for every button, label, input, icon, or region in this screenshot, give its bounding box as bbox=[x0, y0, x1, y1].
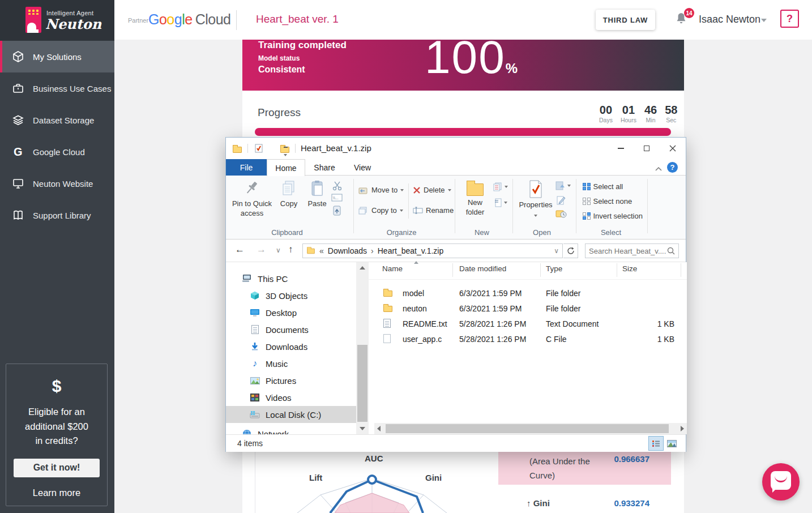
notifications-bell-icon[interactable]: 14 bbox=[674, 11, 693, 29]
tree-item-3d-objects[interactable]: 3D Objects bbox=[226, 287, 356, 304]
maximize-button[interactable] bbox=[634, 138, 660, 159]
tree-item-documents[interactable]: Documents bbox=[226, 321, 356, 338]
get-it-now-button[interactable]: Get it now! bbox=[14, 459, 100, 477]
sidebar-item-support-library[interactable]: Support Library bbox=[0, 199, 114, 231]
sidebar-item-neuton-website[interactable]: Neuton Website bbox=[0, 168, 114, 199]
metric-gini-value: 0.933274 bbox=[614, 498, 649, 508]
user-menu[interactable]: Isaac Newton bbox=[699, 14, 760, 25]
file-row-user-app[interactable]: user_app.c 5/28/2021 1:26 PM C File 1 KB bbox=[369, 332, 686, 347]
qat-customize-icon[interactable] bbox=[284, 147, 288, 158]
properties-button[interactable]: Properties bbox=[518, 180, 553, 219]
column-header-size[interactable]: Size bbox=[622, 264, 637, 273]
file-date: 5/28/2021 1:26 PM bbox=[459, 335, 526, 344]
sidebar-item-business-use-cases[interactable]: Business Use Cases bbox=[0, 72, 114, 104]
google-letter: g bbox=[174, 11, 182, 27]
sidebar-item-google-cloud[interactable]: G Google Cloud bbox=[0, 136, 114, 168]
tree-item-label: This PC bbox=[258, 274, 288, 284]
network-icon bbox=[242, 429, 252, 434]
details-view-button[interactable] bbox=[649, 437, 663, 450]
up-button[interactable]: ↑ bbox=[288, 244, 293, 255]
rename-button[interactable]: Rename bbox=[413, 206, 454, 215]
invert-selection-button[interactable]: Invert selection bbox=[583, 212, 643, 220]
tree-item-label: Music bbox=[266, 359, 288, 369]
help-button[interactable]: ? bbox=[780, 10, 799, 28]
back-button[interactable]: ← bbox=[235, 244, 245, 255]
refresh-button[interactable] bbox=[563, 243, 578, 258]
search-input[interactable] bbox=[589, 247, 667, 255]
horizontal-scrollbar[interactable] bbox=[374, 423, 687, 434]
ribbon-collapse-icon[interactable] bbox=[655, 164, 662, 173]
tab-file[interactable]: File bbox=[226, 159, 267, 176]
tree-item-local-disk-c[interactable]: Local Disk (C:) bbox=[226, 406, 356, 423]
paste-shortcut-icon[interactable] bbox=[332, 205, 341, 218]
new-folder-icon bbox=[467, 183, 484, 196]
address-bar[interactable]: « Downloads › Heart_beat_v.1.zip ∨ bbox=[302, 243, 563, 258]
close-button[interactable] bbox=[660, 138, 686, 159]
column-header-type[interactable]: Type bbox=[546, 264, 562, 273]
sidebar-item-dataset-storage[interactable]: Dataset Storage bbox=[0, 104, 114, 136]
cut-icon[interactable] bbox=[332, 181, 342, 193]
file-row-neuton[interactable]: neuton 6/3/2021 1:59 PM File folder bbox=[369, 301, 686, 317]
copy-path-icon[interactable]: \\... bbox=[331, 194, 343, 203]
new-item-button[interactable] bbox=[493, 182, 508, 191]
pin-to-quick-access-button[interactable]: Pin to Quickaccess bbox=[230, 180, 273, 218]
tree-item-desktop[interactable]: Desktop bbox=[226, 304, 356, 321]
move-to-icon bbox=[358, 186, 369, 194]
file-name: model bbox=[403, 289, 424, 298]
copy-button[interactable]: Copy bbox=[276, 180, 302, 209]
move-to-button[interactable]: Move to bbox=[358, 186, 404, 194]
history-icon[interactable] bbox=[555, 208, 567, 220]
google-letter: e bbox=[185, 11, 192, 27]
tree-item-downloads[interactable]: Downloads bbox=[226, 338, 356, 355]
third-law-button[interactable]: THIRD LAW bbox=[596, 10, 655, 30]
sidebar-item-my-solutions[interactable]: My Solutions bbox=[0, 41, 114, 72]
chevron-down-icon[interactable] bbox=[761, 19, 767, 22]
qat-properties-icon[interactable] bbox=[254, 144, 263, 155]
paste-button[interactable]: Paste bbox=[304, 180, 330, 209]
tree-scrollbar[interactable] bbox=[356, 262, 369, 434]
learn-more-link[interactable]: Learn more bbox=[6, 488, 107, 498]
new-folder-button[interactable]: Newfolder bbox=[459, 180, 491, 217]
file-type: C File bbox=[546, 335, 567, 344]
tab-view[interactable]: View bbox=[344, 159, 381, 176]
thumbnail-view-button[interactable] bbox=[665, 437, 679, 450]
tree-item-this-pc[interactable]: This PC bbox=[226, 270, 356, 287]
recent-locations-icon[interactable]: ∨ bbox=[276, 246, 281, 254]
tree-item-label: Desktop bbox=[266, 308, 297, 318]
tree-item-network[interactable]: Network bbox=[226, 425, 356, 434]
logo-brand: Neuton bbox=[45, 16, 101, 32]
open-dropdown-icon[interactable] bbox=[555, 181, 571, 190]
tree-item-videos[interactable]: Videos bbox=[226, 389, 356, 406]
address-dropdown-icon[interactable]: ∨ bbox=[554, 247, 559, 255]
column-header-date-modified[interactable]: Date modified bbox=[459, 264, 506, 273]
minimize-button[interactable] bbox=[608, 138, 634, 159]
promo-text: Eligible for an additional $200 in credi… bbox=[6, 405, 107, 448]
logo-block[interactable]: Intelligent Agent Neuton bbox=[0, 0, 114, 41]
file-date: 6/3/2021 1:59 PM bbox=[459, 304, 522, 313]
chat-launcher-button[interactable] bbox=[762, 463, 800, 501]
file-row-model[interactable]: model 6/3/2021 1:59 PM File folder bbox=[369, 286, 686, 301]
select-none-button[interactable]: Select none bbox=[583, 197, 632, 206]
svg-text:G: G bbox=[14, 146, 23, 158]
explorer-titlebar[interactable]: Heart_beat_v.1.zip bbox=[226, 138, 686, 159]
tree-item-music[interactable]: ♪ Music bbox=[226, 355, 356, 372]
notification-badge: 14 bbox=[684, 8, 694, 18]
delete-button[interactable]: Delete bbox=[413, 186, 451, 194]
easy-access-button[interactable] bbox=[494, 198, 507, 207]
column-header-name[interactable]: Name bbox=[382, 264, 403, 273]
tree-item-pictures[interactable]: Pictures bbox=[226, 372, 356, 389]
group-label-organize: Organize bbox=[367, 228, 435, 237]
edit-icon[interactable] bbox=[557, 196, 566, 207]
file-size: 1 KB bbox=[657, 319, 674, 328]
breadcrumb-downloads[interactable]: Downloads bbox=[328, 246, 367, 255]
forward-button[interactable]: → bbox=[257, 244, 266, 255]
breadcrumb-current[interactable]: Heart_beat_v.1.zip bbox=[378, 246, 443, 255]
tab-share[interactable]: Share bbox=[305, 159, 344, 176]
search-box[interactable] bbox=[585, 243, 679, 258]
copy-to-button[interactable]: Copy to bbox=[358, 206, 403, 215]
ribbon-help-icon[interactable]: ? bbox=[667, 162, 678, 173]
select-all-button[interactable]: Select all bbox=[583, 182, 623, 191]
metric-gini-row: ↑ Gini 0.933274 bbox=[498, 495, 671, 513]
tab-home[interactable]: Home bbox=[267, 159, 305, 176]
file-row-readme[interactable]: README.txt 5/28/2021 1:26 PM Text Docume… bbox=[369, 317, 686, 332]
